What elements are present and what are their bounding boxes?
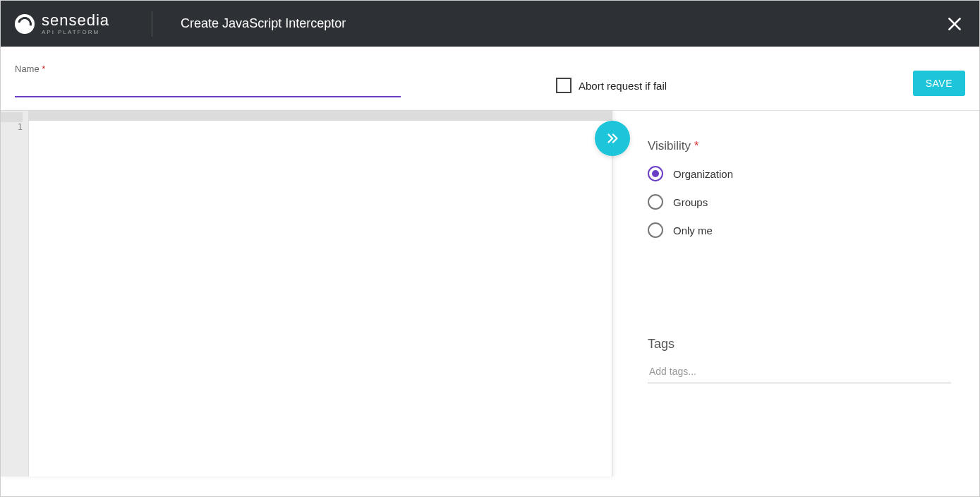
name-field-wrapper: Name * [15,64,401,97]
tags-title: Tags [648,337,951,352]
abort-checkbox-group[interactable]: Abort request if fail [556,78,667,93]
panel-toggle-button[interactable] [595,121,630,156]
visibility-option-groups[interactable]: Groups [648,194,951,210]
radio-icon [648,222,663,238]
main-area: 1 Visibility * Organization Groups [1,111,979,477]
required-asterisk: * [42,64,45,74]
code-editor-wrapper: 1 [1,111,612,477]
form-toolbar: Name * Abort request if fail SAVE [1,47,979,111]
radio-icon [648,166,663,181]
close-button[interactable] [945,15,964,33]
abort-checkbox[interactable] [556,78,571,93]
editor-gutter: 1 [1,111,29,477]
app-header: sensedia API PLATFORM Create JavaScript … [1,1,979,47]
side-panel: Visibility * Organization Groups Only me… [612,111,979,477]
visibility-label: Visibility * [648,139,951,153]
line-number: 1 [1,122,23,132]
tags-input[interactable] [648,360,951,383]
name-input[interactable] [15,77,401,97]
brand-logo: sensedia API PLATFORM [15,13,109,35]
visibility-option-organization[interactable]: Organization [648,166,951,181]
header-divider [152,11,152,37]
page-title: Create JavaScript Interceptor [181,16,346,31]
save-button[interactable]: SAVE [913,71,965,96]
code-editor[interactable] [29,111,612,477]
radio-icon [648,194,663,210]
visibility-option-only-me[interactable]: Only me [648,222,951,238]
radio-label: Groups [673,196,708,208]
brand-logo-icon [15,14,35,34]
brand-subtitle: API PLATFORM [42,30,109,35]
radio-label: Organization [673,168,733,180]
abort-checkbox-label: Abort request if fail [579,80,667,92]
visibility-radio-group: Organization Groups Only me [648,166,951,238]
name-label: Name * [15,64,401,74]
required-asterisk: * [694,139,699,152]
tags-section: Tags [648,337,951,383]
brand-name: sensedia [42,13,109,28]
chevron-double-right-icon [605,131,620,146]
close-icon [945,15,964,33]
radio-label: Only me [673,224,713,236]
